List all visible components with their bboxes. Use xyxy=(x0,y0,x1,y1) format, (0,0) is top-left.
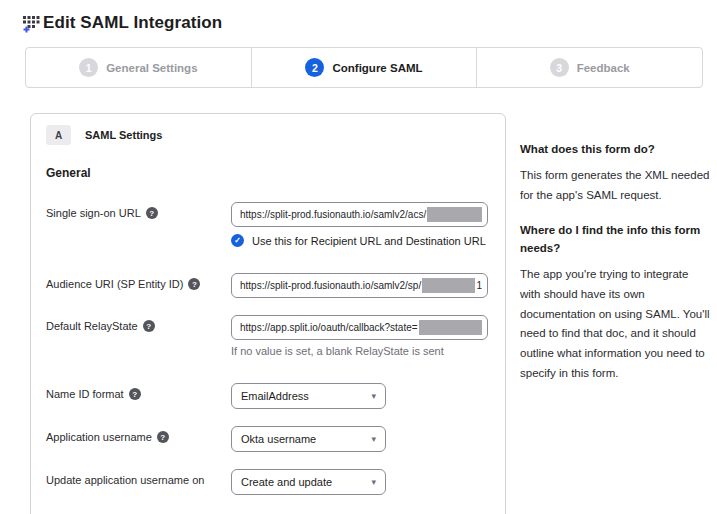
audience-uri-value: https://split-prod.fusionauth.io/samlv2/… xyxy=(240,280,421,291)
step-label: Configure SAML xyxy=(332,62,422,74)
step-number-badge: 3 xyxy=(550,58,569,77)
section-title: SAML Settings xyxy=(85,129,162,141)
application-username-select[interactable]: Okta username ▾ xyxy=(231,426,386,452)
panel-header: A SAML Settings xyxy=(31,114,505,145)
recipient-url-checkbox[interactable]: ✓ Use this for Recipient URL and Destina… xyxy=(231,234,488,247)
field-row-update-username: Update application username on Create an… xyxy=(46,469,488,495)
chevron-down-icon: ▾ xyxy=(371,477,376,487)
field-row-relay-state: Default RelayState ? https://app.split.i… xyxy=(46,315,488,357)
sso-url-input[interactable]: https://split-prod.fusionauth.io/samlv2/… xyxy=(231,202,488,227)
sso-url-label: Single sign-on URL xyxy=(46,207,141,219)
step-label: General Settings xyxy=(106,62,197,74)
page: Edit SAML Integration 1 General Settings… xyxy=(0,0,717,514)
name-id-format-label: Name ID format xyxy=(46,388,124,400)
wizard-stepper: 1 General Settings 2 Configure SAML 3 Fe… xyxy=(25,47,703,88)
field-label: Default RelayState ? xyxy=(46,315,231,332)
redacted-value xyxy=(427,207,482,222)
checkbox-checked-icon: ✓ xyxy=(231,234,244,247)
page-title: Edit SAML Integration xyxy=(43,13,222,33)
field-control: Okta username ▾ xyxy=(231,426,488,452)
field-control: EmailAddress ▾ xyxy=(231,383,488,409)
step-feedback[interactable]: 3 Feedback xyxy=(476,48,702,87)
redacted-value xyxy=(419,320,482,335)
relay-state-value: https://app.split.io/oauth/callback?stat… xyxy=(240,322,418,333)
check-glyph: ✓ xyxy=(234,236,241,245)
app-grid-plus-icon xyxy=(22,14,41,33)
step-configure-saml[interactable]: 2 Configure SAML xyxy=(251,48,477,87)
field-label: Name ID format ? xyxy=(46,383,231,400)
audience-uri-value-suffix: 1 xyxy=(475,280,482,291)
field-control: Create and update ▾ xyxy=(231,469,488,495)
help-icon[interactable]: ? xyxy=(188,278,200,290)
sidebar-question-1: What does this form do? xyxy=(520,141,712,159)
step-number-badge: 1 xyxy=(79,58,98,77)
chevron-down-icon: ▾ xyxy=(371,434,376,444)
field-row-sso-url: Single sign-on URL ? https://split-prod.… xyxy=(46,202,488,247)
application-username-value: Okta username xyxy=(241,433,316,445)
update-username-label: Update application username on xyxy=(46,474,204,486)
panel-body: General Single sign-on URL ? https://spl… xyxy=(31,166,505,514)
relay-state-input[interactable]: https://app.split.io/oauth/callback?stat… xyxy=(231,315,488,340)
field-row-application-username: Application username ? Okta username ▾ xyxy=(46,426,488,452)
sidebar-answer-2: The app you're trying to integrate with … xyxy=(520,265,712,384)
audience-uri-input[interactable]: https://split-prod.fusionauth.io/samlv2/… xyxy=(231,273,488,298)
field-control: https://app.split.io/oauth/callback?stat… xyxy=(231,315,488,357)
sso-url-value: https://split-prod.fusionauth.io/samlv2/… xyxy=(240,209,426,220)
name-id-format-select[interactable]: EmailAddress ▾ xyxy=(231,383,386,409)
sidebar-question-2: Where do I find the info this form needs… xyxy=(520,222,712,258)
field-label: Update application username on xyxy=(46,469,231,486)
step-number-badge: 2 xyxy=(305,58,324,77)
help-icon[interactable]: ? xyxy=(157,431,169,443)
field-row-name-id-format: Name ID format ? EmailAddress ▾ xyxy=(46,383,488,409)
field-label: Audience URI (SP Entity ID) ? xyxy=(46,273,231,290)
saml-settings-panel: A SAML Settings General Single sign-on U… xyxy=(30,113,506,514)
field-row-audience-uri: Audience URI (SP Entity ID) ? https://sp… xyxy=(46,273,488,298)
help-icon[interactable]: ? xyxy=(129,388,141,400)
checkbox-label: Use this for Recipient URL and Destinati… xyxy=(252,235,486,247)
help-icon[interactable]: ? xyxy=(143,320,155,332)
help-sidebar: What does this form do? This form genera… xyxy=(520,141,712,401)
update-username-select[interactable]: Create and update ▾ xyxy=(231,469,386,495)
redacted-value xyxy=(422,278,475,293)
section-badge: A xyxy=(46,125,71,145)
sidebar-answer-1: This form generates the XML needed for t… xyxy=(520,166,712,206)
help-icon[interactable]: ? xyxy=(146,207,158,219)
field-label: Application username ? xyxy=(46,426,231,443)
step-label: Feedback xyxy=(577,62,630,74)
field-control: https://split-prod.fusionauth.io/samlv2/… xyxy=(231,273,488,298)
chevron-down-icon: ▾ xyxy=(371,391,376,401)
step-general-settings[interactable]: 1 General Settings xyxy=(26,48,251,87)
name-id-format-value: EmailAddress xyxy=(241,390,309,402)
field-label: Single sign-on URL ? xyxy=(46,202,231,219)
relay-state-hint: If no value is set, a blank RelayState i… xyxy=(231,345,488,357)
audience-uri-label: Audience URI (SP Entity ID) xyxy=(46,278,183,290)
relay-state-label: Default RelayState xyxy=(46,320,138,332)
update-username-value: Create and update xyxy=(241,476,332,488)
field-control: https://split-prod.fusionauth.io/samlv2/… xyxy=(231,202,488,247)
page-header: Edit SAML Integration xyxy=(22,13,222,33)
group-heading-general: General xyxy=(46,166,488,180)
application-username-label: Application username xyxy=(46,431,152,443)
